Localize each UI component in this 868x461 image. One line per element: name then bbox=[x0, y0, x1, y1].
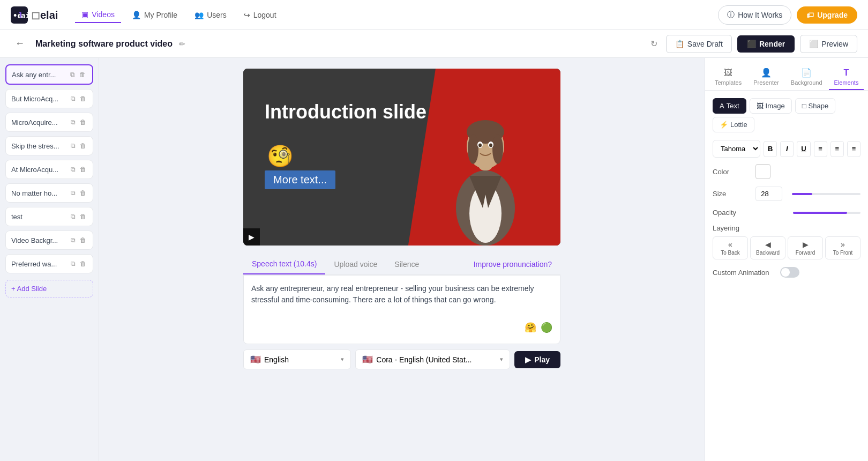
delete-slide-4[interactable]: 🗑 bbox=[79, 165, 87, 174]
grammarly-icon: 🟢 bbox=[541, 321, 552, 335]
slide-item[interactable]: Video Backgr... ⧉ 🗑 bbox=[5, 230, 93, 250]
tab-speech-text[interactable]: Speech text (10.4s) bbox=[243, 254, 325, 274]
voice-select[interactable]: 🇺🇸 Cora - English (United Stat... ▾ bbox=[355, 350, 510, 369]
backward-icon: ◀ bbox=[765, 240, 771, 249]
edit-title-icon[interactable]: ✏ bbox=[179, 40, 185, 48]
color-swatch[interactable] bbox=[755, 164, 770, 179]
delete-slide-7[interactable]: 🗑 bbox=[79, 235, 87, 245]
language-select[interactable]: 🇺🇸 English ▾ bbox=[243, 350, 351, 369]
align-right-button[interactable]: ≡ bbox=[847, 141, 860, 157]
play-icon: ▶ bbox=[525, 355, 531, 364]
italic-button[interactable]: I bbox=[780, 141, 794, 157]
slide-item[interactable]: Skip the stres... ⧉ 🗑 bbox=[5, 136, 93, 155]
duplicate-slide-4[interactable]: ⧉ bbox=[70, 165, 77, 174]
opacity-slider[interactable] bbox=[793, 212, 860, 214]
custom-animation-toggle[interactable] bbox=[780, 267, 799, 278]
size-slider[interactable] bbox=[792, 193, 860, 195]
canvas-presenter bbox=[443, 95, 528, 246]
layer-forward-button[interactable]: ▶ Forward bbox=[788, 236, 823, 259]
align-center-button[interactable]: ≡ bbox=[830, 141, 844, 157]
slide-item[interactable]: MicroAcquire... ⧉ 🗑 bbox=[5, 113, 93, 132]
shape-elem-icon: □ bbox=[802, 102, 806, 110]
duplicate-slide-6[interactable]: ⧉ bbox=[70, 212, 77, 221]
tab-upload-voice[interactable]: Upload voice bbox=[325, 254, 386, 274]
duplicate-slide-0[interactable]: ⧉ bbox=[69, 70, 76, 79]
duplicate-slide-3[interactable]: ⧉ bbox=[70, 141, 77, 151]
elem-type-lottie[interactable]: ⚡ Lottie bbox=[713, 117, 754, 132]
svg-point-10 bbox=[492, 134, 503, 164]
slide-item[interactable]: But MicroAcq... ⧉ 🗑 bbox=[5, 89, 93, 108]
play-video-button[interactable]: ▶ bbox=[243, 228, 260, 246]
speech-textarea[interactable] bbox=[251, 283, 552, 315]
slide-item[interactable]: No matter ho... ⧉ 🗑 bbox=[5, 183, 93, 203]
upgrade-button[interactable]: 🏷 Upgrade bbox=[797, 6, 857, 24]
panel-tabs: 🖼 Templates 👤 Presenter 📄 Background T E… bbox=[705, 58, 868, 91]
nav-myprofile[interactable]: 👤 My Profile bbox=[125, 8, 184, 23]
subheader-actions: ↻ 📋 Save Draft ⬛ Render ⬜ Preview bbox=[647, 35, 857, 53]
bold-button[interactable]: B bbox=[764, 141, 777, 157]
size-row: Size bbox=[713, 187, 860, 201]
upgrade-icon: 🏷 bbox=[806, 11, 814, 19]
elem-type-image[interactable]: 🖼 Image bbox=[750, 98, 792, 114]
tab-elements[interactable]: T Elements bbox=[829, 65, 864, 90]
svg-text:ai: ai bbox=[21, 11, 28, 20]
underline-button[interactable]: U bbox=[797, 141, 810, 157]
project-title: Marketing software product video bbox=[35, 39, 173, 49]
canvas-more-text[interactable]: More text... bbox=[265, 170, 335, 189]
presenter-icon: 👤 bbox=[761, 68, 772, 78]
layer-backward-button[interactable]: ◀ Backward bbox=[750, 236, 785, 259]
logo-text: ◻elai bbox=[31, 9, 58, 21]
delete-slide-3[interactable]: 🗑 bbox=[79, 141, 87, 151]
font-family-select[interactable]: Tahoma bbox=[713, 140, 760, 158]
delete-slide-0[interactable]: 🗑 bbox=[78, 70, 87, 79]
emoji-picker-icon[interactable]: 🤗 bbox=[525, 321, 536, 335]
delete-slide-8[interactable]: 🗑 bbox=[79, 259, 87, 269]
forward-icon: ▶ bbox=[803, 240, 809, 249]
how-it-works-button[interactable]: ⓘ How It Works bbox=[718, 5, 791, 25]
layering-controls: « To Back ◀ Backward ▶ Forward » To Fron… bbox=[713, 236, 860, 259]
logo: •e l ai ◻elai bbox=[11, 6, 58, 24]
slide-item[interactable]: test ⧉ 🗑 bbox=[5, 207, 93, 226]
users-icon: 👥 bbox=[194, 11, 204, 19]
slide-item[interactable]: Ask any entr... ⧉ 🗑 bbox=[5, 64, 93, 85]
duplicate-slide-8[interactable]: ⧉ bbox=[70, 259, 77, 269]
nav-videos[interactable]: ▣ Videos bbox=[75, 7, 121, 23]
delete-slide-1[interactable]: 🗑 bbox=[79, 94, 87, 103]
tab-background[interactable]: 📄 Background bbox=[785, 64, 828, 90]
back-button[interactable]: ← bbox=[11, 36, 29, 51]
elem-type-text[interactable]: A Text bbox=[713, 98, 746, 114]
tab-silence[interactable]: Silence bbox=[386, 254, 428, 274]
preview-button[interactable]: ⬜ Preview bbox=[800, 35, 857, 53]
slide-item[interactable]: Preferred wa... ⧉ 🗑 bbox=[5, 254, 93, 273]
render-button[interactable]: ⬛ Render bbox=[737, 35, 795, 53]
preview-icon: ⬜ bbox=[809, 40, 818, 48]
delete-slide-6[interactable]: 🗑 bbox=[79, 212, 87, 221]
canvas-title[interactable]: Introduction slide bbox=[265, 101, 426, 123]
slide-item[interactable]: At MicroAcqu... ⧉ 🗑 bbox=[5, 160, 93, 179]
delete-slide-5[interactable]: 🗑 bbox=[79, 188, 87, 198]
language-arrow-icon: ▾ bbox=[341, 356, 344, 363]
tab-improve-pronunciation[interactable]: Improve pronunciation? bbox=[465, 254, 560, 274]
font-controls: Tahoma B I U ≡ ≡ ≡ bbox=[713, 140, 860, 158]
elem-type-shape[interactable]: □ Shape bbox=[795, 98, 835, 114]
duplicate-slide-1[interactable]: ⧉ bbox=[70, 94, 77, 103]
layer-to-front-button[interactable]: » To Front bbox=[825, 236, 860, 259]
duplicate-slide-7[interactable]: ⧉ bbox=[70, 235, 77, 245]
size-input[interactable] bbox=[755, 187, 782, 201]
play-audio-button[interactable]: ▶ Play bbox=[514, 351, 560, 368]
text-elem-icon: A bbox=[720, 102, 724, 110]
nav-logout[interactable]: ↪ Logout bbox=[237, 8, 283, 23]
layer-to-back-button[interactable]: « To Back bbox=[713, 236, 748, 259]
delete-slide-2[interactable]: 🗑 bbox=[79, 117, 87, 127]
duplicate-slide-2[interactable]: ⧉ bbox=[70, 117, 77, 127]
svg-point-14 bbox=[489, 144, 492, 147]
add-slide-button[interactable]: + Add Slide bbox=[5, 280, 93, 298]
duplicate-slide-5[interactable]: ⧉ bbox=[70, 188, 77, 198]
refresh-button[interactable]: ↻ bbox=[647, 35, 661, 52]
save-draft-button[interactable]: 📋 Save Draft bbox=[666, 35, 732, 53]
align-left-button[interactable]: ≡ bbox=[814, 141, 827, 157]
tab-presenter[interactable]: 👤 Presenter bbox=[748, 64, 784, 90]
nav-users[interactable]: 👥 Users bbox=[188, 8, 233, 23]
tab-templates[interactable]: 🖼 Templates bbox=[709, 65, 747, 90]
tab-animate[interactable]: ★ Animate bbox=[865, 64, 868, 90]
